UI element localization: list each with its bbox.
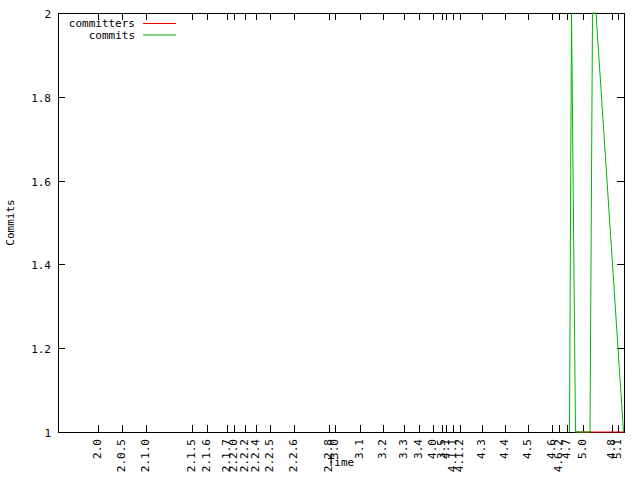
x-axis-title: Time	[328, 456, 355, 469]
plot-border	[58, 13, 624, 432]
x-tick-label: 2.1.6	[200, 439, 213, 472]
gnuplot-chart: 11.21.41.61.822.02.0.52.1.02.1.52.1.62.1…	[0, 0, 640, 480]
x-tick-label: 4.4	[498, 439, 511, 459]
y-tick-label: 2	[44, 8, 51, 21]
x-tick-label: 5.0	[576, 439, 589, 459]
x-tick-label: 4.3	[475, 439, 488, 459]
x-tick-label: 4.7	[560, 439, 573, 459]
x-tick-label: 3.4	[412, 439, 425, 459]
y-tick-label: 1.4	[31, 259, 51, 272]
y-tick-label: 1.2	[31, 343, 51, 356]
legend-label-commits: commits	[89, 29, 135, 42]
y-tick-label: 1.8	[31, 92, 51, 105]
x-tick-label: 3.1	[353, 439, 366, 459]
y-tick-label: 1	[44, 427, 51, 440]
y-axis-title: Commits	[4, 199, 17, 245]
chart-canvas: 11.21.41.61.822.02.0.52.1.02.1.52.1.62.1…	[0, 0, 640, 480]
x-tick-label: 5.1	[611, 439, 624, 459]
y-tick-label: 1.6	[31, 176, 51, 189]
x-tick-label: 2.1.0	[139, 439, 152, 472]
x-tick-label: 2.2.4	[249, 439, 262, 472]
x-tick-label: 2.1.5	[185, 439, 198, 472]
x-tick-label: 2.0.5	[115, 439, 128, 472]
x-tick-label: 2.2.6	[287, 439, 300, 472]
x-tick-label: 4.1.2	[453, 439, 466, 472]
x-tick-label: 2.2.5	[263, 439, 276, 472]
x-tick-label: 3.2	[376, 439, 389, 459]
x-tick-label: 4.5	[521, 439, 534, 459]
x-tick-label: 2.0	[91, 439, 104, 459]
x-tick-label: 3.3	[397, 439, 410, 459]
series-line-commits	[570, 13, 624, 432]
